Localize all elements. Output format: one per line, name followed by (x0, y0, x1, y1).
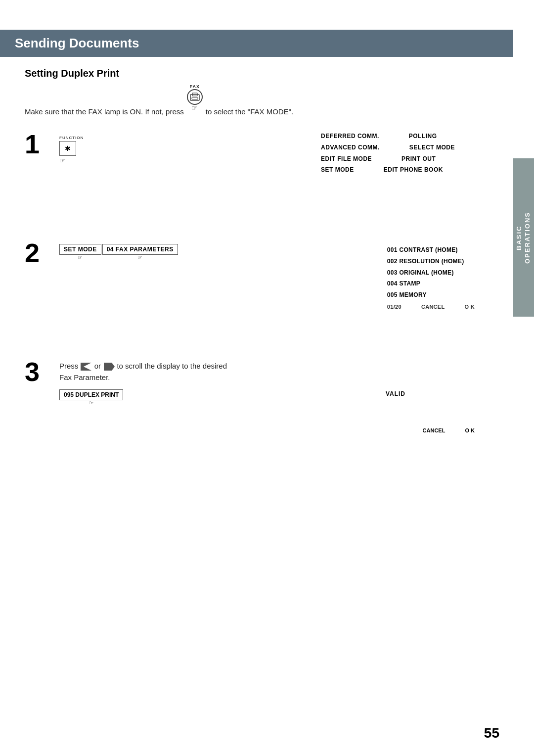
section-heading: Setting Duplex Print (25, 68, 504, 79)
param-item-1: 001 CONTRAST (HOME) (387, 244, 475, 256)
set-mode-btn-wrapper: SET MODE ☞ (59, 244, 101, 261)
function-label: FUNCTION (59, 136, 84, 140)
side-tab-label: BASICOPERATIONS (515, 212, 532, 264)
duplex-btn[interactable]: 095 DUPLEX PRINT (59, 389, 123, 400)
function-btn-wrapper: FUNCTION ✱ ☞ (59, 136, 84, 165)
function-box[interactable]: ✱ (59, 141, 76, 156)
hand-cursor-5: ☞ (89, 400, 94, 406)
params-cancel[interactable]: CANCEL (421, 302, 445, 312)
menu-item-2-1: ADVANCED COMM. (321, 142, 380, 153)
param-item-4: 004 STAMP (387, 278, 475, 289)
arrow-left-icon (81, 362, 92, 372)
step3-text-after: to scroll the display to the desired (117, 362, 227, 370)
step3-cancel[interactable]: CANCEL (423, 427, 445, 433)
fax-params-btn[interactable]: 04 FAX PARAMETERS (102, 244, 178, 255)
title-bar: Sending Documents (0, 30, 513, 57)
intro-text-after: to select the "FAX MODE". (206, 107, 293, 116)
valid-label: VALID (386, 390, 405, 397)
side-tab: BASICOPERATIONS (513, 158, 534, 317)
fax-button-icon: FAX ☞ (187, 84, 203, 112)
step-1-number: 1 (25, 131, 59, 157)
step-3-content: Press or to scroll the display to the de… (59, 358, 504, 406)
menu-row-1: DEFERRED COMM. POLLING (321, 131, 455, 142)
fax-label: FAX (190, 84, 200, 89)
menu-item-3-2: PRINT OUT (401, 153, 436, 165)
menu-row-2: ADVANCED COMM. SELECT MODE (321, 142, 455, 153)
step-3-number: 3 (25, 358, 59, 385)
param-item-3: 003 ORIGINAL (HOME) (387, 267, 475, 279)
step3-ok[interactable]: O K (465, 427, 475, 433)
params-page: 01/20 (387, 302, 401, 312)
hand-cursor-1: ☞ (191, 104, 198, 112)
menu-item-4-2: EDIT PHONE BOOK (384, 164, 443, 176)
step-3-text: Press or to scroll the display to the de… (59, 361, 504, 372)
duplex-btn-wrapper: 095 DUPLEX PRINT ☞ (59, 387, 504, 406)
step3-or: or (94, 362, 101, 370)
svg-marker-4 (104, 363, 115, 371)
main-content: Setting Duplex Print Make sure that the … (25, 57, 504, 726)
menu-item-1-2: POLLING (409, 131, 437, 142)
step-3-block: 3 Press or to scroll the display to the … (25, 358, 504, 447)
menu-row-4: SET MODE EDIT PHONE BOOK (321, 164, 455, 176)
param-item-5: 005 MEMORY (387, 289, 475, 301)
arrows-inline (81, 362, 92, 372)
params-footer: 01/20 CANCEL O K (387, 302, 475, 312)
svg-rect-2 (192, 97, 198, 99)
intro-line: Make sure that the FAX lamp is ON. If no… (25, 88, 504, 116)
hand-cursor-4: ☞ (137, 254, 142, 261)
duplex-btn-hand: 095 DUPLEX PRINT ☞ (59, 387, 123, 406)
hand-cursor-3: ☞ (78, 254, 83, 261)
hand-cursor-2: ☞ (59, 156, 66, 164)
intro-text-before: Make sure that the FAX lamp is ON. If no… (25, 107, 184, 116)
arrow-right-icon (103, 362, 115, 372)
fax-params-btn-wrapper: 04 FAX PARAMETERS ☞ (102, 244, 178, 261)
menu-item-1-1: DEFERRED COMM. (321, 131, 379, 142)
params-ok[interactable]: O K (465, 302, 475, 312)
step3-footer: CANCEL O K (423, 427, 475, 433)
step-1-menu: DEFERRED COMM. POLLING ADVANCED COMM. SE… (321, 131, 455, 176)
step3-press: Press (59, 362, 78, 370)
menu-item-4-1: SET MODE (321, 164, 354, 176)
svg-marker-3 (81, 363, 91, 371)
step-3-text2: Fax Parameter. (59, 372, 504, 383)
page-title: Sending Documents (15, 36, 139, 51)
step-2-block: 2 SET MODE ☞ 04 FAX PARAMETERS ☞ 001 CON… (25, 239, 504, 338)
step-2-buttons: SET MODE ☞ 04 FAX PARAMETERS ☞ (59, 244, 178, 261)
menu-item-2-2: SELECT MODE (409, 142, 455, 153)
set-mode-btn[interactable]: SET MODE (59, 244, 101, 255)
params-list: 001 CONTRAST (HOME) 002 RESOLUTION (HOME… (387, 244, 475, 312)
fax-circle (187, 89, 203, 105)
step-1-block: 1 FUNCTION ✱ ☞ DEFERRED COMM. POLLING AD… (25, 131, 504, 220)
menu-item-3-1: EDIT FILE MODE (321, 153, 372, 165)
param-item-2: 002 RESOLUTION (HOME) (387, 256, 475, 267)
function-icon: ✱ (65, 144, 71, 152)
arrows-inline-right (103, 362, 115, 372)
fax-icon (189, 93, 200, 101)
step-2-number: 2 (25, 239, 59, 266)
menu-row-3: EDIT FILE MODE PRINT OUT (321, 153, 455, 165)
page-number: 55 (484, 725, 499, 741)
